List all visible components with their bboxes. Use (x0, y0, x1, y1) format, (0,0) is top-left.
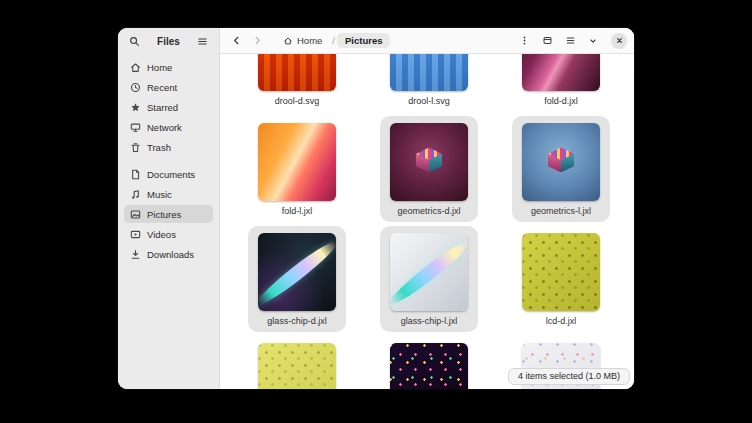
image-icon (130, 209, 141, 220)
list-view-button[interactable] (561, 32, 579, 50)
file-item[interactable]: lcd-d.jxl (495, 226, 627, 332)
file-item[interactable]: geometrics-d.jxl (363, 116, 495, 222)
download-icon (130, 249, 141, 260)
file-item[interactable]: drool-l.svg (363, 54, 495, 112)
search-icon (129, 36, 140, 47)
status-bar: 4 items selected (1.0 MB) (508, 368, 630, 385)
file-thumbnail (258, 123, 336, 201)
breadcrumb: Home / Pictures (275, 33, 390, 48)
file-item[interactable]: fold-d.jxl (495, 54, 627, 112)
file-thumbnail (522, 54, 600, 91)
window-title: Files (157, 36, 180, 47)
file-name: glass-chip-l.jxl (401, 316, 458, 327)
sidebar-item-label: Trash (147, 142, 171, 153)
file-cell: drool-d.svg (248, 54, 346, 112)
file-name: glass-chip-d.jxl (267, 316, 327, 327)
file-thumbnail (390, 233, 468, 311)
view-options-button[interactable] (584, 32, 602, 50)
forward-arrow-icon (252, 35, 263, 46)
sidebar-item-home[interactable]: Home (124, 58, 213, 76)
glass-sliver-graphic (258, 237, 336, 310)
file-thumbnail (258, 54, 336, 91)
file-item[interactable]: drool-d.svg (231, 54, 363, 112)
file-thumbnail (390, 343, 468, 389)
sidebar-item-label: Recent (147, 82, 177, 93)
sidebar-item-trash[interactable]: Trash (124, 138, 213, 156)
file-item[interactable]: glass-chip-l.jxl (363, 226, 495, 332)
main-menu-button[interactable] (194, 32, 212, 50)
file-cell: glass-chip-l.jxl (380, 226, 478, 332)
desktop-background: Files HomeRecentStarredNetworkTrashDocum… (0, 0, 752, 423)
file-browser-pane[interactable]: drool-d.svgdrool-l.svgfold-d.jxlfold-l.j… (220, 54, 634, 389)
cube-graphic (415, 147, 443, 173)
sidebar-header: Files (118, 28, 219, 54)
sidebar-item-label: Pictures (147, 209, 181, 220)
files-window: Files HomeRecentStarredNetworkTrashDocum… (118, 28, 634, 389)
file-cell: fold-l.jxl (248, 116, 346, 222)
search-button[interactable] (125, 32, 143, 50)
sidebar-item-label: Downloads (147, 249, 194, 260)
sidebar-item-music[interactable]: Music (124, 185, 213, 203)
breadcrumb-separator: / (332, 35, 335, 46)
music-icon (130, 189, 141, 200)
header-actions (515, 32, 627, 50)
sidebar-item-label: Home (147, 62, 172, 73)
file-grid: drool-d.svgdrool-l.svgfold-d.jxlfold-l.j… (231, 54, 634, 389)
home-icon (130, 62, 141, 73)
sidebar-item-documents[interactable]: Documents (124, 165, 213, 183)
new-tab-button[interactable] (538, 32, 556, 50)
sidebar-item-videos[interactable]: Videos (124, 225, 213, 243)
sidebar-item-recent[interactable]: Recent (124, 78, 213, 96)
sidebar-item-label: Documents (147, 169, 195, 180)
new-tab-icon (542, 35, 553, 46)
headerbar: Home / Pictures (220, 28, 634, 54)
file-cell: geometrics-l.jxl (512, 116, 610, 222)
back-button[interactable] (227, 32, 245, 50)
file-item[interactable] (231, 336, 363, 389)
sidebar-item-label: Videos (147, 229, 176, 240)
breadcrumb-home[interactable]: Home (275, 33, 330, 48)
back-arrow-icon (231, 35, 242, 46)
sidebar: Files HomeRecentStarredNetworkTrashDocum… (118, 28, 220, 389)
file-cell: lcd-d.jxl (512, 226, 610, 332)
network-icon (130, 122, 141, 133)
glass-sliver-graphic (390, 237, 468, 310)
home-icon (283, 36, 293, 46)
sidebar-item-pictures[interactable]: Pictures (124, 205, 213, 223)
forward-button[interactable] (248, 32, 266, 50)
file-name: drool-d.svg (275, 96, 320, 107)
close-icon (615, 36, 624, 45)
chevron-down-icon (588, 36, 598, 46)
file-item[interactable]: fold-l.jxl (231, 116, 363, 222)
file-thumbnail (258, 343, 336, 389)
cube-graphic (547, 147, 575, 173)
file-thumbnail (390, 54, 468, 91)
file-thumbnail (522, 233, 600, 311)
file-name: drool-l.svg (408, 96, 450, 107)
sidebar-item-network[interactable]: Network (124, 118, 213, 136)
kebab-menu-icon (519, 35, 530, 46)
sidebar-section: DocumentsMusicPicturesVideosDownloads (124, 165, 213, 263)
menu-kebab-button[interactable] (515, 32, 533, 50)
file-thumbnail (522, 123, 600, 201)
sidebar-list: HomeRecentStarredNetworkTrashDocumentsMu… (118, 54, 219, 267)
sidebar-item-downloads[interactable]: Downloads (124, 245, 213, 263)
sidebar-item-label: Starred (147, 102, 178, 113)
file-name: fold-l.jxl (282, 206, 313, 217)
file-cell: glass-chip-d.jxl (248, 226, 346, 332)
main-area: Home / Pictures (220, 28, 634, 389)
file-cell (248, 336, 346, 389)
file-cell (380, 336, 478, 389)
file-item[interactable]: geometrics-l.jxl (495, 116, 627, 222)
file-name: geometrics-l.jxl (531, 206, 591, 217)
sidebar-item-starred[interactable]: Starred (124, 98, 213, 116)
file-thumbnail (258, 233, 336, 311)
close-button[interactable] (611, 33, 627, 49)
file-cell: geometrics-d.jxl (380, 116, 478, 222)
file-name: lcd-d.jxl (546, 316, 577, 327)
file-item[interactable]: glass-chip-d.jxl (231, 226, 363, 332)
file-item[interactable] (363, 336, 495, 389)
breadcrumb-current[interactable]: Pictures (337, 33, 391, 48)
file-name: fold-d.jxl (544, 96, 578, 107)
video-icon (130, 229, 141, 240)
